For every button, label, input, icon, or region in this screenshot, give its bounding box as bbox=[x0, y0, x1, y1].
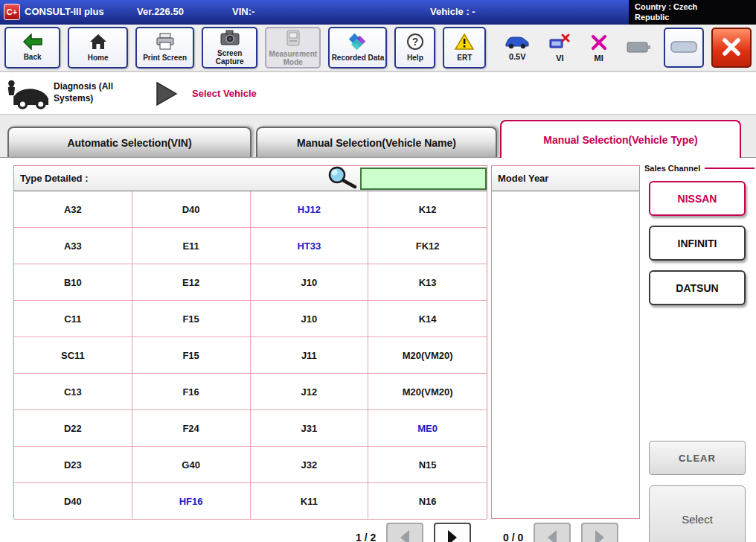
type-cell[interactable]: B10 bbox=[14, 264, 132, 301]
car-icon bbox=[504, 35, 530, 51]
model-year-header: Model Year bbox=[492, 166, 639, 191]
measurement-mode-button[interactable]: Measurement Mode bbox=[265, 27, 321, 68]
ert-button-label: ERT bbox=[457, 54, 472, 63]
question-icon: ? bbox=[406, 33, 424, 53]
print-screen-button[interactable]: Print Screen bbox=[135, 27, 194, 68]
select-button[interactable]: Select bbox=[649, 485, 746, 542]
type-grid-pager: 1 / 2 bbox=[356, 523, 471, 542]
page-title: Select Vehicle bbox=[192, 88, 257, 99]
type-cell[interactable]: E12 bbox=[132, 264, 251, 301]
type-cell[interactable]: N15 bbox=[368, 447, 487, 483]
type-cell[interactable]: J31 bbox=[251, 410, 369, 447]
type-cell[interactable]: D40 bbox=[14, 483, 132, 520]
tab-automatic-selection-vin[interactable]: Automatic Selection(VIN) bbox=[7, 127, 252, 158]
type-cell[interactable]: K14 bbox=[368, 301, 487, 337]
type-cell[interactable]: F16 bbox=[132, 374, 251, 410]
type-cell[interactable]: F24 bbox=[132, 410, 251, 447]
model-year-panel: Model Year bbox=[491, 165, 640, 519]
type-cell[interactable]: SC11 bbox=[14, 337, 132, 374]
model-year-prev-button[interactable] bbox=[534, 523, 571, 542]
clear-button[interactable]: CLEAR bbox=[649, 441, 746, 475]
breadcrumb-context: Diagnosis (All Systems) bbox=[54, 81, 150, 104]
type-cell[interactable]: K11 bbox=[251, 483, 369, 520]
vi-mi-selection-button[interactable] bbox=[664, 28, 704, 68]
home-button[interactable]: Home bbox=[68, 27, 128, 68]
search-icon[interactable] bbox=[324, 165, 359, 191]
type-cell[interactable]: C13 bbox=[14, 374, 132, 410]
type-cell[interactable]: J10 bbox=[251, 264, 369, 301]
tab-manual-selection-vehicle-type[interactable]: Manual Selection(Vehicle Type) bbox=[500, 120, 741, 158]
type-cell[interactable]: M20(VM20) bbox=[368, 374, 487, 410]
recorded-data-button[interactable]: Recorded Data bbox=[328, 27, 387, 68]
type-cell[interactable]: A32 bbox=[14, 191, 132, 228]
model-year-label: Model Year bbox=[498, 173, 548, 184]
type-cell[interactable]: D40 bbox=[132, 191, 251, 228]
close-button[interactable] bbox=[711, 28, 752, 68]
type-cell[interactable]: J10 bbox=[251, 301, 369, 337]
battery-status bbox=[622, 39, 656, 57]
model-year-next-button[interactable] bbox=[581, 523, 618, 542]
nissan-button[interactable]: NISSAN bbox=[649, 181, 746, 216]
country-indicator: Country : Czech Republic bbox=[629, 0, 756, 25]
help-button[interactable]: ? Help bbox=[394, 27, 435, 68]
vin-value: VIN:- bbox=[232, 6, 254, 17]
breadcrumb: Diagnosis (All Systems) Select Vehicle bbox=[0, 72, 756, 115]
type-detailed-header: Type Detailed : bbox=[14, 166, 487, 191]
vi-status: VI bbox=[544, 34, 575, 63]
app-logo-icon: C+ bbox=[4, 4, 20, 20]
datsun-button[interactable]: DATSUN bbox=[649, 270, 746, 305]
back-button-label: Back bbox=[24, 54, 42, 62]
back-button[interactable]: Back bbox=[4, 27, 60, 68]
type-cell[interactable]: FK12 bbox=[368, 228, 487, 264]
type-cell[interactable]: D23 bbox=[14, 447, 132, 483]
help-button-label: Help bbox=[407, 54, 423, 63]
type-cell[interactable]: G40 bbox=[132, 447, 251, 483]
toolbar: Back Home Print Screen Screen Capture Me… bbox=[0, 25, 756, 72]
battery-icon bbox=[627, 39, 652, 57]
type-cell[interactable]: D22 bbox=[14, 410, 132, 447]
type-cell[interactable]: K13 bbox=[368, 264, 487, 301]
mi-status: MI bbox=[583, 34, 615, 63]
voltage-status: 0.5V bbox=[498, 35, 536, 61]
ert-button[interactable]: ERT bbox=[443, 27, 486, 68]
type-search-input[interactable] bbox=[360, 168, 487, 190]
model-year-page-indicator: 0 / 0 bbox=[503, 532, 523, 542]
type-cell[interactable]: N16 bbox=[368, 483, 487, 520]
type-cell[interactable]: K12 bbox=[368, 191, 487, 228]
type-cell[interactable]: HF16 bbox=[132, 483, 251, 520]
magenta-x-icon bbox=[590, 34, 608, 53]
model-year-list[interactable] bbox=[492, 191, 639, 520]
breadcrumb-arrow-icon bbox=[155, 81, 179, 109]
type-cell[interactable]: ME0 bbox=[368, 410, 487, 447]
vehicle-value: Vehicle : - bbox=[430, 6, 475, 17]
type-cell[interactable]: M20(VM20) bbox=[368, 337, 487, 374]
country-line2: Republic bbox=[635, 13, 750, 23]
type-cell[interactable]: E11 bbox=[132, 228, 251, 264]
type-cell[interactable]: F15 bbox=[132, 301, 251, 337]
type-cell[interactable]: J32 bbox=[251, 447, 369, 483]
type-cell[interactable]: F15 bbox=[132, 337, 251, 374]
home-button-label: Home bbox=[88, 54, 109, 63]
type-grid-prev-button[interactable] bbox=[386, 523, 423, 542]
app-version: Ver.226.50 bbox=[137, 6, 184, 17]
type-cell[interactable]: HT33 bbox=[251, 228, 369, 264]
type-cell[interactable]: C11 bbox=[14, 301, 132, 337]
infiniti-button[interactable]: INFINITI bbox=[649, 226, 746, 261]
printer-icon bbox=[156, 33, 175, 53]
type-cell[interactable]: HJ12 bbox=[251, 191, 369, 228]
type-cell[interactable]: J12 bbox=[251, 374, 369, 410]
back-arrow-icon bbox=[23, 34, 42, 52]
title-bar: C+ CONSULT-III plus Ver.226.50 VIN:- Veh… bbox=[0, 0, 756, 25]
type-cell[interactable]: A33 bbox=[14, 228, 132, 264]
type-grid-page-indicator: 1 / 2 bbox=[356, 532, 376, 542]
sales-channel-label: Sales Channel bbox=[644, 164, 700, 173]
tab-strip: Automatic Selection(VIN) Manual Selectio… bbox=[0, 115, 756, 158]
type-grid-next-button[interactable] bbox=[434, 523, 471, 542]
screen-capture-button[interactable]: Screen Capture bbox=[202, 27, 257, 68]
type-detailed-panel: Type Detailed : A32D40HJ12K12A33E11HT33F… bbox=[13, 165, 487, 519]
type-cell[interactable]: J11 bbox=[251, 337, 369, 374]
tab-manual-selection-vehicle-name[interactable]: Manual Selection(Vehicle Name) bbox=[256, 127, 497, 158]
voltage-status-label: 0.5V bbox=[509, 52, 526, 61]
vi-device-x-icon bbox=[548, 34, 571, 53]
mi-status-label: MI bbox=[595, 54, 603, 63]
